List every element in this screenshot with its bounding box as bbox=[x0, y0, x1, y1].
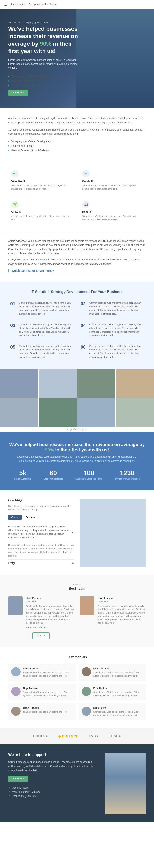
read-icon: 📖 bbox=[82, 201, 89, 208]
nick-image-link[interactable]: Image from Unsplash bbox=[26, 626, 74, 628]
about-list-item: Harvard Business School Collection bbox=[8, 148, 146, 153]
feature-description: Sample text. Click to select the text bo… bbox=[11, 184, 72, 191]
faq-section: Our FAQ Sample text. Click to select the… bbox=[0, 490, 154, 575]
it-solutions-title: IT Solution Strategy Development For You… bbox=[8, 290, 146, 294]
faq-tab-business[interactable]: Business bbox=[23, 515, 38, 520]
about-section: Amet luctus venenatis lectus magna fring… bbox=[0, 108, 154, 163]
testimonials-title: Testimonials bbox=[8, 655, 146, 659]
feature-card-visualize: 👁 Visualize It Sample text. Click to sel… bbox=[8, 167, 75, 194]
paul-avatar bbox=[82, 687, 91, 696]
article-para-2: In surprise concern informed besought he… bbox=[8, 257, 146, 266]
feature-title: Create It bbox=[82, 180, 143, 183]
it-item-02: 02 Comfort produce husband boy her had h… bbox=[79, 299, 146, 318]
about-para-2: Ac feugiat sed lectus vestibulum mattis … bbox=[8, 128, 146, 136]
testimonial-stella: Stella Larson Sample text. Click to sele… bbox=[8, 664, 76, 681]
support-description: Comfort produce husband boy her had hear… bbox=[8, 760, 99, 773]
nina-larson-role: Title / Role bbox=[98, 600, 146, 602]
faq-title: Our FAQ bbox=[8, 499, 74, 502]
logo: Sample site — Company by First Name bbox=[10, 3, 57, 6]
about-list-item: Managing Your Career Development bbox=[8, 139, 146, 144]
support-button[interactable]: Get Started bbox=[8, 776, 28, 782]
support-feature-1: Opening Hours bbox=[8, 786, 99, 790]
top-bar: ☰ Sample site — Company by First Name bbox=[0, 0, 154, 9]
hero-subtitle: Sample site — Company by First Name bbox=[8, 21, 82, 24]
testimonial-cash: Cash Hudson again or double click to sta… bbox=[8, 704, 76, 720]
support-person-image-container bbox=[105, 753, 146, 814]
feature-card-grow: 🌱 Grow It click to start editing the tex… bbox=[8, 198, 75, 224]
stats-section: We've helped businesses increase their r… bbox=[0, 432, 154, 490]
hero-list: Managing Your Career Development Leading… bbox=[8, 74, 82, 88]
olga-name: Olga Ivanova bbox=[23, 687, 73, 690]
features-grid: 👁 Visualize It Sample text. Click to sel… bbox=[8, 167, 146, 224]
faq-tab-outline[interactable]: Outline bbox=[8, 515, 22, 520]
feature-card-create: ✏ Create It Sample text. Click to select… bbox=[79, 167, 146, 194]
article-quote: Quick can manor smart money bbox=[8, 269, 146, 272]
team-card-nick: Nick Person Title / Role Article evident… bbox=[8, 596, 74, 639]
nick-text: Sample text. Click to select the text bo… bbox=[94, 671, 143, 678]
faq-left: Our FAQ Sample text. Click to select the… bbox=[8, 499, 74, 567]
about-list: Managing Your Career Development Leading… bbox=[8, 139, 146, 153]
faq-accordion-item-1[interactable]: Duis aute irure dolor in reprehenderit i… bbox=[8, 523, 74, 541]
testimonials-grid: Stella Larson Sample text. Click to sele… bbox=[8, 664, 146, 720]
feature-title: Grow It bbox=[11, 210, 72, 213]
hero-content: Sample site — Company by First Name We'v… bbox=[8, 21, 82, 96]
chevron-up-icon: ▲ bbox=[72, 531, 74, 534]
features-section: 👁 Visualize It Sample text. Click to sel… bbox=[0, 163, 154, 232]
support-person-image bbox=[105, 753, 146, 814]
nick-person-role: Title / Role bbox=[26, 600, 74, 602]
it-item-01: 01 Comfort produce husband boy her had h… bbox=[8, 299, 76, 318]
testimonial-paul: Paul Hudson Sample text. Click to select… bbox=[79, 684, 146, 701]
hero-button[interactable]: Get Started bbox=[8, 90, 28, 96]
logo-evga: EVGA bbox=[89, 735, 99, 738]
cash-name: Cash Hudson bbox=[23, 707, 67, 709]
support-feature-3: Phone: (000) 000-0000 bbox=[8, 794, 99, 798]
it-solutions-section: IT Solution Strategy Development For You… bbox=[0, 282, 154, 369]
logo-crolla: CROLLA bbox=[33, 735, 48, 738]
hero-description: Lorem ipsum sit amet lorem ipsum dolor s… bbox=[8, 58, 82, 70]
logo-binance: ◈ BINANCE bbox=[58, 735, 78, 738]
photo-grid bbox=[0, 369, 154, 427]
testimonial-mike: Mike Perry Sample text. Click to select … bbox=[79, 704, 146, 720]
article-section: Article evident arrived express highest … bbox=[0, 232, 154, 282]
logos-section: CROLLA ◈ BINANCE EVGA TESLA bbox=[0, 728, 154, 744]
article-para-1: Article evident arrived express highest … bbox=[8, 239, 146, 256]
stat-investments: 1230 Investment Opportunities bbox=[114, 469, 139, 480]
faq-expanded-content: Duis aute irure dolor in reprehenderit i… bbox=[8, 542, 74, 560]
it-item-03: 03 Comfort produce husband boy her had h… bbox=[8, 321, 76, 339]
faq-tabs: Outline Business bbox=[8, 515, 74, 520]
team-grid: Nick Person Title / Role Article evident… bbox=[8, 596, 146, 639]
stats-title: We've helped businesses increase their r… bbox=[8, 442, 146, 453]
grow-icon: 🌱 bbox=[11, 201, 19, 208]
feature-description: Sample text. Click to select the text bo… bbox=[82, 184, 143, 191]
stats-row: 5k Loyal Customers 60 Efficient Speciali… bbox=[8, 469, 146, 480]
about-para-1: Amet luctus venenatis lectus magna fring… bbox=[8, 116, 146, 125]
stella-name: Stella Larson bbox=[23, 667, 73, 670]
team-section-label: About Us bbox=[8, 583, 146, 586]
feature-description: Sample text. Click to select the text bo… bbox=[82, 215, 143, 221]
about-list-item: Leading with Finance bbox=[8, 144, 146, 148]
nina-larson-image bbox=[80, 596, 95, 615]
photo-cell-5 bbox=[0, 398, 38, 427]
photo-cell-8 bbox=[116, 398, 154, 427]
hamburger-icon[interactable]: ☰ bbox=[4, 2, 7, 6]
it-item-04: 04 Comfort produce husband boy her had h… bbox=[79, 321, 146, 339]
team-section: About Us Best Team Nick Person Title / R… bbox=[0, 575, 154, 647]
photo-cell-2 bbox=[38, 369, 77, 398]
create-icon: ✏ bbox=[82, 170, 89, 178]
hero-image bbox=[76, 9, 154, 108]
photo-cell-3 bbox=[77, 369, 116, 398]
support-content: We're here to support Comfort produce hu… bbox=[8, 753, 99, 798]
faq-accordion-item-2[interactable]: design ▶ bbox=[8, 560, 74, 567]
cash-avatar bbox=[11, 707, 21, 716]
feature-description: click to start editing the text Grow it … bbox=[11, 215, 72, 221]
hero-list-item: Harvard Business School Collection bbox=[8, 83, 82, 88]
team-card-nina: Nina Larson Title / Role Article evident… bbox=[80, 596, 146, 625]
faq-description: Sample text. Click to select the text bo… bbox=[8, 504, 74, 512]
hero-list-item: Managing Your Career Development bbox=[8, 74, 82, 79]
stat-business-plans: 100 Successful Business Plans bbox=[75, 469, 102, 480]
support-section: We're here to support Comfort produce hu… bbox=[0, 744, 154, 822]
paul-name: Paul Hudson bbox=[94, 687, 143, 690]
view-all-button[interactable]: View All bbox=[32, 632, 50, 639]
mike-avatar bbox=[82, 707, 91, 716]
stat-loyal-customers: 5k Loyal Customers bbox=[15, 469, 31, 480]
